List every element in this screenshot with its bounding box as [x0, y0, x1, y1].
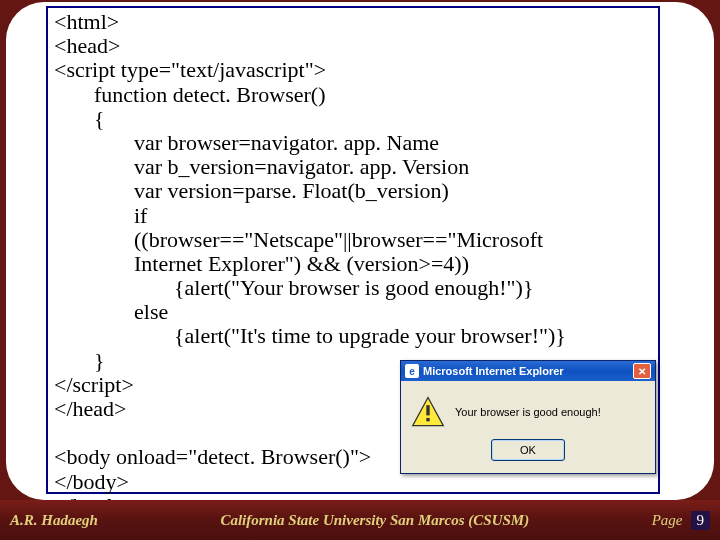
code-line: {alert("It's time to upgrade your browse… [54, 324, 652, 348]
code-line: <head> [54, 34, 652, 58]
code-line: var browser=navigator. app. Name [54, 131, 652, 155]
dialog-titlebar[interactable]: e Microsoft Internet Explorer ✕ [401, 361, 655, 381]
dialog-actions: OK [401, 439, 655, 473]
footer-page-number: 9 [691, 511, 711, 530]
code-line: {alert("Your browser is good enough!")} [54, 276, 652, 300]
code-line: <html> [54, 10, 652, 34]
footer-university: California State University San Marcos (… [98, 512, 652, 529]
svg-rect-2 [426, 418, 429, 421]
close-icon[interactable]: ✕ [633, 363, 651, 379]
footer-author: A.R. Hadaegh [10, 512, 98, 529]
code-line: ((browser=="Netscape"||browser=="Microso… [54, 228, 652, 252]
code-line: <script type="text/javascript"> [54, 58, 652, 82]
code-line: function detect. Browser() [54, 83, 652, 107]
ok-button[interactable]: OK [491, 439, 565, 461]
code-line: var version=parse. Float(b_version) [54, 179, 652, 203]
warning-icon [411, 395, 445, 429]
footer: A.R. Hadaegh California State University… [0, 500, 720, 540]
code-line: else [54, 300, 652, 324]
code-line: if [54, 204, 652, 228]
alert-dialog: e Microsoft Internet Explorer ✕ Your bro… [400, 360, 656, 474]
code-line: Internet Explorer") && (version>=4)) [54, 252, 652, 276]
dialog-message: Your browser is good enough! [455, 406, 601, 418]
svg-rect-1 [426, 405, 429, 415]
footer-page-label: Page [652, 512, 683, 529]
code-line: { [54, 107, 652, 131]
dialog-body: Your browser is good enough! [401, 381, 655, 439]
code-line: var b_version=navigator. app. Version [54, 155, 652, 179]
dialog-title-text: Microsoft Internet Explorer [423, 365, 564, 377]
footer-page: Page 9 [652, 511, 710, 530]
ie-icon: e [405, 364, 419, 378]
